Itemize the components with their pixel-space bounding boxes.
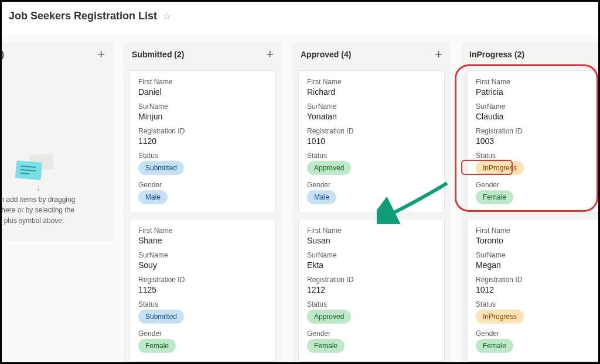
status-badge: Submitted	[138, 310, 184, 324]
status-badge: InProgress	[476, 161, 524, 175]
status-badge: Approved	[307, 161, 351, 175]
column-title: Submitted (2)	[132, 50, 184, 59]
registration-id: 1212	[307, 285, 436, 294]
registration-id: 1125	[138, 285, 267, 294]
field-label: Registration ID	[138, 276, 267, 284]
column-uncategorized: d items (0) + ↓ can add items by draggin…	[0, 42, 113, 241]
field-label: Gender	[307, 329, 436, 338]
status-badge: Approved	[307, 310, 351, 324]
page-title: Job Seekers Registration List	[9, 10, 157, 22]
registration-id: 1010	[307, 136, 436, 146]
gender-badge: Female	[476, 339, 513, 353]
first-name: Susan	[307, 236, 436, 245]
column-title: InProgress (2)	[469, 50, 524, 59]
empty-hint: can add items by dragging m here or by s…	[0, 190, 107, 235]
list-item[interactable]: First NameSusan SurNameEkta Registration…	[298, 219, 445, 362]
field-label: Registration ID	[307, 276, 436, 284]
field-label: Status	[307, 152, 436, 160]
status-badge: Submitted	[138, 161, 184, 175]
favorite-star-icon[interactable]: ☆	[163, 11, 171, 22]
gender-badge: Male	[307, 190, 336, 204]
gender-badge: Female	[476, 190, 513, 204]
field-label: SurName	[138, 251, 267, 259]
gender-badge: Male	[138, 190, 168, 204]
field-label: SurName	[138, 102, 267, 111]
column-inprogress: InProgress (2) + First NamePatricia SurN…	[461, 42, 600, 364]
field-label: Registration ID	[476, 127, 600, 135]
field-label: Gender	[476, 181, 600, 189]
field-label: First Name	[476, 78, 600, 86]
sur-name: Minjun	[138, 112, 267, 121]
field-label: SurName	[307, 251, 436, 259]
field-label: Gender	[138, 181, 267, 189]
column-title: d items (0)	[0, 50, 4, 59]
column-title: Approved (4)	[301, 50, 351, 59]
sur-name: Yonatan	[307, 112, 436, 121]
field-label: First Name	[138, 226, 267, 235]
empty-illustration: ↓	[0, 67, 107, 184]
list-item[interactable]: First NameToronto SurNameMegan Registrat…	[467, 219, 600, 362]
field-label: Gender	[307, 181, 436, 189]
gender-badge: Female	[307, 339, 345, 353]
list-item[interactable]: First NameShane SurNameSouy Registration…	[129, 219, 276, 362]
field-label: First Name	[476, 226, 600, 235]
gender-badge: Female	[138, 339, 176, 353]
registration-id: 1003	[476, 136, 600, 146]
first-name: Toronto	[476, 236, 600, 245]
kanban-board: d items (0) + ↓ can add items by draggin…	[0, 36, 598, 362]
list-item[interactable]: First NameDaniel SurNameMinjun Registrat…	[129, 70, 276, 213]
field-label: Status	[138, 300, 267, 308]
column-approved: Approved (4) + First NameRichard SurName…	[292, 42, 451, 364]
column-submitted: Submitted (2) + First NameDaniel SurName…	[124, 42, 282, 364]
first-name: Richard	[307, 87, 436, 97]
first-name: Shane	[138, 236, 267, 245]
registration-id: 1120	[138, 136, 267, 146]
field-label: SurName	[307, 102, 436, 111]
field-label: Registration ID	[476, 276, 600, 284]
field-label: Status	[476, 300, 600, 308]
field-label: Status	[476, 152, 600, 160]
field-label: Gender	[138, 329, 267, 338]
field-label: First Name	[307, 226, 436, 235]
status-badge: InProgress	[476, 310, 524, 324]
sur-name: Ekta	[307, 260, 436, 270]
registration-id: 1012	[476, 285, 600, 294]
field-label: SurName	[476, 251, 600, 259]
field-label: First Name	[138, 78, 267, 86]
field-label: Registration ID	[307, 127, 436, 135]
list-item[interactable]: First NamePatricia SurNameClaudia Regist…	[467, 70, 600, 213]
sur-name: Megan	[476, 260, 600, 270]
sur-name: Souy	[138, 260, 267, 270]
first-name: Daniel	[138, 87, 267, 97]
field-label: SurName	[476, 102, 600, 111]
first-name: Patricia	[476, 87, 600, 97]
add-card-button[interactable]: +	[97, 48, 105, 61]
field-label: Gender	[476, 329, 600, 338]
field-label: Status	[307, 300, 436, 308]
field-label: First Name	[307, 78, 436, 86]
sur-name: Claudia	[476, 112, 600, 121]
field-label: Status	[138, 152, 267, 160]
field-label: Registration ID	[138, 127, 267, 135]
list-item[interactable]: First NameRichard SurNameYonatan Registr…	[298, 70, 445, 213]
add-card-button[interactable]: +	[435, 48, 442, 61]
add-card-button[interactable]: +	[266, 48, 274, 61]
